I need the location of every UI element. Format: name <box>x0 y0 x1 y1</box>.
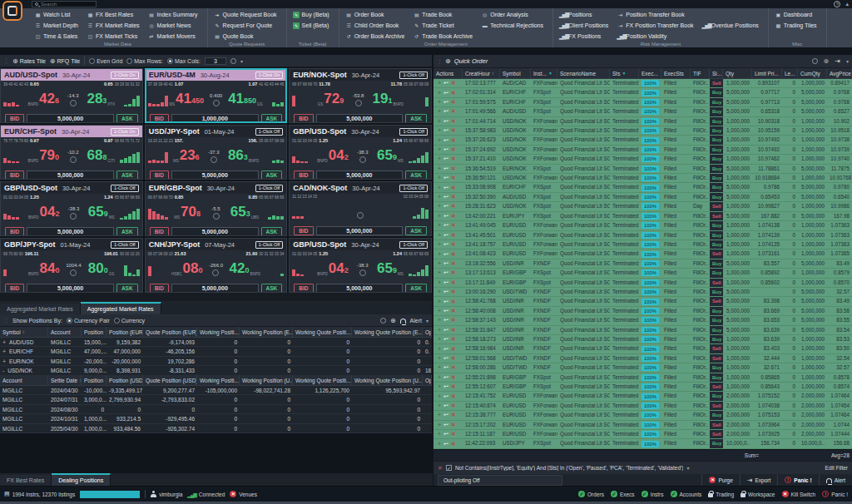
cancel-order-icon[interactable]: ✕ <box>451 327 456 334</box>
sort-icon[interactable]: ↕ <box>492 71 494 76</box>
add-order-icon[interactable]: + <box>438 441 441 447</box>
replay-order-icon[interactable]: ↩ <box>443 185 448 191</box>
cancel-order-icon[interactable]: ✕ <box>451 166 456 172</box>
amount-field[interactable]: 5,000,000 <box>27 114 114 123</box>
column-header-working-quote-positi[interactable]: Working Quote Positi... <box>293 375 352 385</box>
column-header-position-usd[interactable]: Position (USD) <box>106 375 143 385</box>
collapse-ribbon-icon[interactable]: ▴ <box>845 1 849 7</box>
one-click-toggle[interactable]: 1-Click Off <box>399 185 428 192</box>
rate-tile-gbp-usd-spot[interactable]: GBP/USD-Spot30-Apr-241-Click Off01 02 03… <box>0 181 143 236</box>
add-order-icon[interactable]: + <box>438 194 441 200</box>
add-order-icon[interactable]: + <box>438 346 441 353</box>
amount-field[interactable]: 5,000,000 <box>27 227 114 236</box>
bid-button[interactable]: BID <box>5 170 24 180</box>
cancel-order-icon[interactable]: ✕ <box>451 431 456 437</box>
column-header-quote-position-usd[interactable]: Quote Position (USD) <box>143 375 197 385</box>
amount-field[interactable]: 5,000,000 <box>316 226 404 235</box>
add-order-icon[interactable]: + <box>438 327 441 334</box>
order-row[interactable]: +↩✕15:37:26:623USD/NOKFXForwardQuod Fina… <box>433 136 852 145</box>
bid-quote[interactable]: BNPD840 <box>28 261 59 278</box>
add-order-icon[interactable]: + <box>438 269 441 276</box>
column-header-creathour[interactable]: CreatHour↕ <box>463 68 500 78</box>
order-row[interactable]: +↩✕13:17:13:613EUR/GBPFXSpotQuod Financi… <box>433 269 852 278</box>
order-row[interactable]: +↩✕15:37:24:692USD/NOKFXForwardQuod Fina… <box>433 146 852 155</box>
cancel-order-icon[interactable]: ✕ <box>451 308 456 314</box>
expander-icon[interactable]: + <box>2 348 6 354</box>
export-icon[interactable]: ⇥ <box>835 57 840 65</box>
amount-field[interactable]: 5,000,000 <box>171 284 259 293</box>
connection-status[interactable]: ▂▄▆Connected <box>187 492 225 497</box>
refresh-icon[interactable] <box>812 58 818 64</box>
table-row[interactable]: MGILLC2024/08/300000000 <box>0 405 432 414</box>
ribbon-item-order-analysis[interactable]: ◎Order Analysis <box>478 9 549 20</box>
bid-quote[interactable]: BNPD042 <box>317 148 348 165</box>
add-order-icon[interactable]: + <box>438 156 441 162</box>
order-row[interactable]: +↩✕12:15:41:752EUR/USDFXForwardQuod Fina… <box>433 392 852 401</box>
table-row[interactable]: MGILLC2024/10/311,000,0...933,214.5-929,… <box>0 414 432 423</box>
bid-button[interactable]: BID <box>294 114 313 123</box>
bid-button[interactable]: BID <box>5 284 24 293</box>
one-click-toggle[interactable]: 1-Click On <box>111 72 139 79</box>
replay-order-icon[interactable]: ↩ <box>443 108 448 115</box>
ask-quote[interactable]: 688CITI <box>87 148 115 165</box>
replay-order-icon[interactable]: ↩ <box>443 251 448 258</box>
order-row[interactable]: +↩✕13:41:08:423EUR/USDFXForwardQuod Fina… <box>433 250 852 259</box>
order-row[interactable]: +↩✕15:32:50:390AUD/USDFXSpotQuod Financi… <box>433 193 852 202</box>
order-row[interactable]: +↩✕15:37:58:983USD/NOKFXForwardQuod Fina… <box>433 126 852 136</box>
column-header-op[interactable]: Op <box>423 375 432 385</box>
status-workspace[interactable]: Workspace <box>741 491 775 497</box>
ask-button[interactable]: ASK <box>116 114 138 123</box>
table-row[interactable]: -USD/NOKMGILLC9,000,0...8,398,931-8,331,… <box>0 366 432 375</box>
add-order-icon[interactable]: + <box>438 299 441 305</box>
ask-quote[interactable]: 863BNPD <box>228 148 259 165</box>
bid-button[interactable]: BID <box>150 284 169 293</box>
column-header-working-positi[interactable]: Working Positi... <box>197 327 240 337</box>
cancel-order-icon[interactable]: ✕ <box>451 317 456 324</box>
column-header-avgprice[interactable]: AvgPrice <box>827 68 852 78</box>
ask-quote[interactable]: 420BNPD <box>230 261 260 278</box>
one-click-toggle[interactable]: 1-Click Off <box>255 128 284 136</box>
order-row[interactable]: +↩✕12:58:01:568USD/TWDFXNDFQuod Financia… <box>433 354 852 363</box>
order-row[interactable]: +↩✕12:58:18:273USD/INRFXNDFQuod Financia… <box>433 335 852 344</box>
status-orders[interactable]: ✓Orders <box>578 491 604 497</box>
add-order-icon[interactable]: + <box>438 279 441 286</box>
column-header-position[interactable]: Position <box>82 327 106 337</box>
add-order-icon[interactable]: + <box>438 431 441 437</box>
cancel-order-icon[interactable]: ✕ <box>451 203 456 210</box>
cancel-order-icon[interactable]: ✕ <box>451 108 456 115</box>
cancel-order-icon[interactable]: ✕ <box>451 393 456 400</box>
order-row[interactable]: +↩✕17:02:13:777AUD/CADFXForwardQuod Fina… <box>433 79 852 88</box>
alert-button[interactable]: Alert <box>410 318 422 324</box>
add-order-icon[interactable]: + <box>438 203 441 210</box>
cancel-order-icon[interactable]: ✕ <box>451 175 456 181</box>
add-order-icon[interactable]: + <box>438 383 441 390</box>
order-row[interactable]: +↩✕12:15:38:777EUR/USDFXForwardQuod Fina… <box>433 411 852 420</box>
out-piloting-toggle[interactable]: Out-piloting Off <box>438 475 562 486</box>
drag-handle-icon[interactable]: ⋮ <box>3 317 8 324</box>
filter-icon[interactable]: ▼ <box>548 71 552 76</box>
order-row[interactable]: +↩✕13:41:45:501EUR/USDFXForwardQuod Fina… <box>433 231 852 240</box>
add-order-icon[interactable]: + <box>438 222 441 229</box>
replay-order-icon[interactable]: ↩ <box>443 127 448 134</box>
amount-field[interactable]: 5,000,000 <box>171 227 259 236</box>
column-header-limit-pri[interactable]: Limit Pri... <box>752 68 782 78</box>
amount-field[interactable]: 5,000,000 <box>316 284 404 293</box>
cancel-order-icon[interactable]: ✕ <box>451 251 456 258</box>
add-order-icon[interactable]: + <box>438 422 441 428</box>
rate-tile-aud-usd-spot[interactable]: AUD/USD-Spot30-Apr-241-Click On39 40 41 … <box>0 68 143 123</box>
column-header-account[interactable]: Account <box>48 327 82 337</box>
edit-filter-link[interactable]: Edit Filter <box>825 465 848 471</box>
ask-quote[interactable]: 659MS <box>87 205 114 221</box>
column-header-working-quote-positi[interactable]: Working Quote Positi... <box>293 327 352 337</box>
order-row[interactable]: +↩✕17:02:01:314EUR/CHFFXSpotQuod Financi… <box>433 88 852 97</box>
add-order-icon[interactable]: + <box>438 412 441 418</box>
remove-filter-icon[interactable]: ✕ <box>438 465 443 472</box>
ribbon-item-quote-book[interactable]: ▤Quote Book <box>211 31 283 42</box>
ribbon-item-market-news[interactable]: ◎Market News <box>146 20 204 31</box>
cancel-order-icon[interactable]: ✕ <box>451 90 456 96</box>
add-order-icon[interactable]: + <box>438 336 441 343</box>
cancel-order-icon[interactable]: ✕ <box>451 412 456 418</box>
order-row[interactable]: +↩✕17:01:59:575EUR/CHFFXSpotQuod Financi… <box>433 98 852 107</box>
table-row[interactable]: MGILLC2025/04/301,000,0...933,484.56-926… <box>0 424 432 433</box>
order-row[interactable]: +↩✕13:42:00:221EUR/JPYFXSpotQuod Financi… <box>433 212 852 221</box>
